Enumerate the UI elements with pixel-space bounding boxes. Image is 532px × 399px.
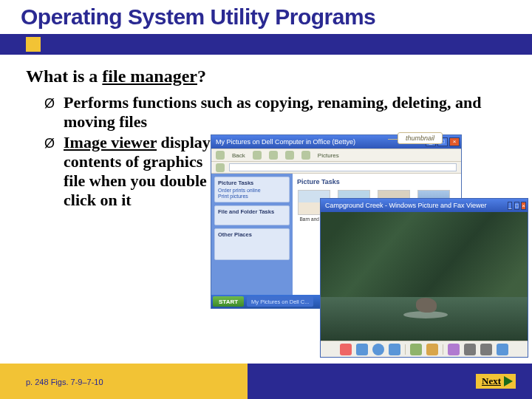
rotate-right-icon[interactable] [426, 344, 438, 355]
slide-title: Operating System Utility Programs [21, 4, 375, 30]
close-icon[interactable]: × [521, 202, 526, 210]
content-heading: Picture Tasks [297, 178, 457, 185]
viewer-image [321, 212, 528, 341]
bullet-marker-icon: Ø [44, 133, 64, 154]
win1-title: My Pictures on Dell Computer in Office (… [216, 138, 355, 146]
header-bar [0, 34, 532, 55]
footer: p. 248 Figs. 7-9–7-10 Next [0, 364, 532, 399]
back-icon[interactable] [216, 151, 225, 160]
screenshots-area: My Pictures on Dell Computer in Office (… [211, 134, 528, 341]
bullet-text: Performs functions such as copying, rena… [64, 93, 502, 132]
page-ref: p. 248 Figs. 7-9–7-10 [26, 378, 103, 387]
card-item[interactable] [218, 251, 286, 256]
separator [443, 344, 443, 355]
win2-titlebar: Campground Creek - Windows Picture and F… [321, 199, 528, 212]
question-suffix: ? [197, 66, 206, 86]
prev-icon[interactable] [356, 344, 368, 355]
zoom-icon[interactable] [448, 344, 460, 355]
question-term: file manager [102, 66, 197, 86]
card-title: Picture Tasks [218, 180, 286, 186]
card-item[interactable] [218, 216, 286, 222]
delete-icon[interactable] [340, 344, 352, 355]
win2-title: Campground Creek - Windows Picture and F… [325, 202, 486, 209]
maximize-icon[interactable]: □ [514, 202, 519, 210]
start-button[interactable]: START [213, 296, 244, 307]
viewer-toolbar [321, 341, 528, 357]
side-card: Picture Tasks Order prints online Print … [214, 177, 290, 202]
question-prefix: What is a [26, 66, 102, 86]
arrow-right-icon [504, 376, 513, 386]
next-label: Next [482, 375, 501, 387]
print-icon[interactable] [464, 344, 476, 355]
taskbar-item[interactable]: My Pictures on Dell C... [247, 296, 313, 307]
save-icon[interactable] [480, 344, 492, 355]
side-card: Other Places [214, 228, 290, 260]
folders-icon[interactable] [301, 151, 310, 160]
back-label: Back [232, 152, 245, 159]
help-icon[interactable] [497, 344, 508, 355]
win1-toolbar: Back Pictures [211, 149, 461, 162]
separator [405, 344, 406, 355]
bullet-text: Image viewer displays contents of graphi… [64, 133, 219, 210]
card-item[interactable] [218, 245, 286, 250]
callout-label: thumbnail [398, 132, 443, 144]
card-title: File and Folder Tasks [218, 208, 286, 215]
slideshow-icon[interactable] [372, 344, 384, 355]
close-icon[interactable]: × [449, 137, 460, 146]
bullet-item: Ø Performs functions such as copying, re… [44, 93, 502, 132]
image-viewer-window: Campground Creek - Windows Picture and F… [320, 198, 528, 358]
card-item[interactable] [218, 239, 286, 245]
up-icon[interactable] [269, 151, 278, 160]
win1-sidepanel: Picture Tasks Order prints online Print … [211, 174, 293, 295]
bullet-marker-icon: Ø [44, 93, 64, 114]
toolbar-menu: Pictures [318, 152, 339, 159]
accent-square [26, 37, 41, 52]
search-icon[interactable] [285, 151, 294, 160]
next-icon[interactable] [389, 344, 400, 355]
side-card: File and Folder Tasks [214, 205, 290, 225]
card-title: Other Places [218, 231, 286, 238]
addr-icon [216, 163, 225, 172]
minimize-icon[interactable]: _ [508, 202, 512, 210]
question-line: What is a file manager? [26, 66, 206, 86]
next-button[interactable]: Next [476, 374, 516, 389]
bullet-key: Image viewer [64, 133, 157, 151]
card-item[interactable]: Print pictures [218, 194, 286, 199]
rotate-left-icon[interactable] [410, 344, 422, 355]
address-input[interactable] [229, 163, 457, 171]
card-item[interactable]: Order prints online [218, 188, 286, 193]
forward-icon[interactable] [253, 151, 262, 160]
win1-addressbar [211, 162, 461, 174]
